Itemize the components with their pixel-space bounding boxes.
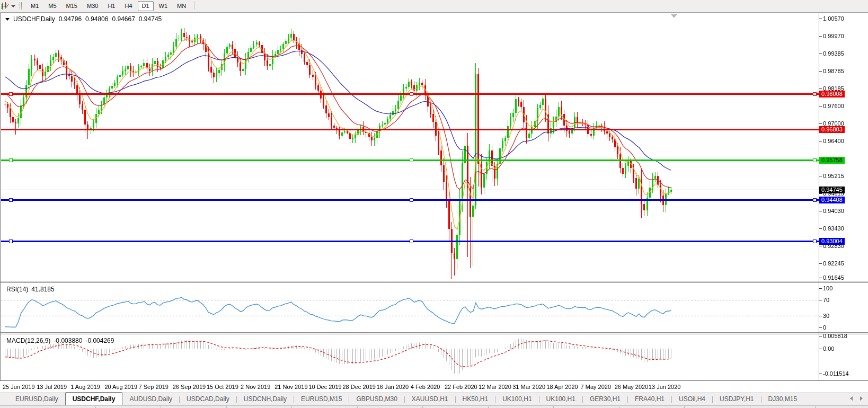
date-axis-label: 2 Nov 2019 <box>241 384 270 390</box>
symbol-menu-icon[interactable] <box>5 18 10 21</box>
hline-price-tag: 0.93004 <box>819 238 845 245</box>
macd-axis-label: -0.011514 <box>823 370 849 377</box>
price-axis-label: 0.97600 <box>823 103 844 109</box>
chart-title: USDCHF,Daily 0.94796 0.94806 0.94667 0.9… <box>5 15 162 23</box>
rsi-axis-label: 100 <box>823 285 832 291</box>
rsi-axis-label: 70 <box>823 297 829 303</box>
date-axis-label: 26 May 2020 <box>615 384 649 390</box>
ohlc-high: 0.94806 <box>85 15 108 23</box>
date-axis-label: 16 Jan 2020 <box>377 384 409 390</box>
rsi-axis-label: 30 <box>823 313 829 319</box>
price-axis-label: 0.99970 <box>823 33 844 39</box>
date-axis-label: 15 Oct 2019 <box>207 384 238 390</box>
chart-tab-eurusd-daily[interactable]: EURUSD,Daily <box>8 393 65 405</box>
chart-tab-xauusd-h1[interactable]: XAUUSD,H1 <box>405 393 455 405</box>
date-axis-label: 28 Dec 2019 <box>343 384 376 390</box>
scroll-tabs-left-icon[interactable] <box>850 396 853 401</box>
price-axis-label: 1.00570 <box>823 15 844 22</box>
price-axis-label: 0.96400 <box>823 138 844 144</box>
chart-tab-eurusd-m15[interactable]: EURUSD,M15 <box>294 393 349 405</box>
date-axis-label: 10 Dec 2019 <box>308 384 341 390</box>
chart-tab-usoil-h4[interactable]: USOil,H4 <box>672 393 712 405</box>
date-axis-label: 4 Feb 2020 <box>411 384 440 390</box>
chart-tab-bar: EURUSD,DailyUSDCHF,DailyAUDUSD,DailyUSDC… <box>0 393 868 405</box>
chart-tab-usdcad-daily[interactable]: USDCAD,Daily <box>180 393 236 405</box>
chart-tab-audusd-daily[interactable]: AUDUSD,Daily <box>122 393 179 405</box>
ohlc-low: 0.94667 <box>112 15 135 23</box>
price-axis-label: 0.95215 <box>823 173 844 179</box>
macd-indicator-label: MACD(12,26,9)-0.003880-0.004269 <box>6 337 114 344</box>
chart-tab-usdchf-daily[interactable]: USDCHF,Daily <box>65 392 123 405</box>
chart-tab-hk50-h1[interactable]: HK50,H1 <box>456 393 495 405</box>
price-axis-label: 0.99385 <box>823 50 844 57</box>
rsi-axis-label: 0 <box>823 324 826 331</box>
ohlc-close: 0.94745 <box>139 15 162 23</box>
chart-tab-uk100-h1[interactable]: UK100,H1 <box>495 393 538 405</box>
hline-price-tag: 0.94408 <box>819 197 845 203</box>
price-axis-label: 0.92245 <box>823 260 844 267</box>
mt4-workspace: M1M5M15M30H1H4D1W1MN USDCHF,Daily 0.9479… <box>0 0 868 408</box>
date-axis-label: 18 Apr 2020 <box>546 384 578 390</box>
date-axis-label: 21 Nov 2019 <box>274 384 307 390</box>
tab-scroll-arrows <box>850 396 863 401</box>
hline-price-tag: 0.96803 <box>819 126 845 133</box>
macd-axis-label: 0.00 <box>823 345 834 352</box>
chart-tab-usdjpy-h1[interactable]: USDJPY,H1 <box>713 393 760 405</box>
chart-tab-gbpusd-m30[interactable]: GBPUSD,M30 <box>349 393 404 405</box>
chart-tab-dj30-m15[interactable]: DJ30,M15 <box>761 393 804 405</box>
price-axis-label: 0.94030 <box>823 208 844 214</box>
chart-tab-ger30-h1[interactable]: GER30,H1 <box>583 393 627 405</box>
hline-price-tag: 0.98008 <box>819 91 845 97</box>
scroll-tabs-right-icon[interactable] <box>860 396 863 401</box>
terminal-panel-edge <box>0 405 868 408</box>
date-axis-label: 20 Aug 2019 <box>104 384 137 390</box>
date-axis-label: 7 Sep 2019 <box>139 384 169 390</box>
date-axis-label: 26 Sep 2019 <box>173 384 206 390</box>
hline-price-tag: 0.95758 <box>819 157 845 164</box>
ohlc-open: 0.94796 <box>59 15 82 23</box>
price-axis-label: 0.91645 <box>823 274 844 281</box>
chart-tab-fra40-h1[interactable]: FRA40,H1 <box>628 393 671 405</box>
date-axis-label: 13 Jul 2019 <box>37 384 67 390</box>
chart-tab-uk100-h1[interactable]: UK100,H1 <box>539 393 582 405</box>
rsi-indicator-label: RSI(14)41.8185 <box>6 286 55 293</box>
chart-tab-usdcnh-daily[interactable]: USDCNH,Daily <box>237 393 294 405</box>
macd-axis-label: 0.005818 <box>823 333 847 339</box>
date-axis-label: 1 Aug 2019 <box>70 384 100 390</box>
date-axis-label: 7 May 2020 <box>581 384 611 390</box>
date-axis-label: 31 Mar 2020 <box>512 384 545 390</box>
date-axis-label: 22 Feb 2020 <box>445 384 477 390</box>
price-chart-canvas[interactable] <box>0 0 868 408</box>
price-axis-label: 0.98785 <box>823 68 844 74</box>
price-axis-label: 0.93430 <box>823 225 844 232</box>
bid-price-tag: 0.94745 <box>819 187 845 193</box>
date-axis-label: 25 Jun 2019 <box>3 384 35 390</box>
chart-symbol-label: USDCHF,Daily <box>13 15 55 23</box>
date-axis-label: 13 Jun 2020 <box>649 384 681 390</box>
chart-shift-marker-icon[interactable] <box>671 14 677 18</box>
date-axis-label: 12 Mar 2020 <box>479 384 511 390</box>
